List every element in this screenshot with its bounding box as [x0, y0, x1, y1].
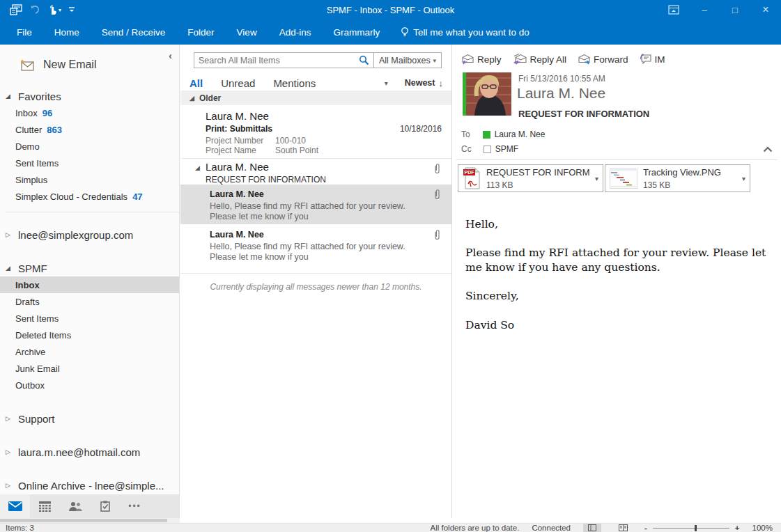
collapse-folder-pane-icon[interactable]: ‹: [169, 50, 172, 61]
sidebar-item-spmf-inbox[interactable]: Inbox: [0, 276, 179, 293]
folder-label: Clutter: [15, 125, 42, 135]
sidebar-item-deleted-items[interactable]: Deleted Items: [0, 327, 179, 343]
field-label: Project Name: [206, 146, 275, 155]
tab-send-receive[interactable]: Send / Receive: [91, 19, 177, 45]
outlook-item-icon[interactable]: [10, 4, 22, 15]
tab-folder[interactable]: Folder: [176, 19, 225, 45]
zoom-control: - +: [644, 524, 740, 532]
zoom-slider-thumb[interactable]: [695, 525, 697, 531]
minimize-icon[interactable]: –: [689, 0, 720, 19]
message-row-print-submittals[interactable]: Laura M. Nee Print: Submittals 10/18/201…: [180, 106, 451, 157]
folder-pane-hscrollbar[interactable]: [0, 518, 180, 523]
scope-label: All Mailboxes: [379, 56, 431, 65]
im-button[interactable]: IM: [640, 54, 665, 65]
sidebar-item-simplus[interactable]: Simplus: [0, 171, 179, 188]
divider: [456, 159, 778, 160]
search-icon[interactable]: [359, 55, 369, 65]
sidebar-item-sent-items[interactable]: Sent Items: [0, 310, 179, 327]
nav-tasks-icon[interactable]: [90, 494, 120, 518]
zoom-out-button[interactable]: -: [644, 524, 647, 532]
filter-tab-all[interactable]: All: [190, 77, 203, 89]
sidebar-item-demo[interactable]: Demo: [0, 138, 179, 155]
to-recipient[interactable]: Laura M. Nee: [495, 130, 546, 139]
sidebar-item-archive[interactable]: Archive: [0, 343, 179, 360]
maximize-icon[interactable]: □: [720, 0, 750, 19]
sidebar-item-clutter[interactable]: Clutter863: [0, 121, 179, 138]
account-label: Support: [18, 413, 55, 425]
filter-tab-unread[interactable]: Unread: [221, 77, 255, 89]
tab-add-ins[interactable]: Add-ins: [268, 19, 323, 45]
new-email-button[interactable]: New Email: [20, 54, 179, 75]
folder-pane: ‹ New Email ◢ Favorites Inbox96 Clutter8…: [0, 45, 180, 518]
folder-label: Inbox: [15, 108, 38, 118]
folder-label: Sent Items: [15, 313, 59, 324]
tab-file[interactable]: File: [6, 19, 43, 45]
cc-recipient[interactable]: SPMF: [495, 144, 518, 154]
reading-pane: Reply Reply All Forward IM: [453, 45, 781, 518]
tab-view[interactable]: View: [226, 19, 268, 45]
attachment-image[interactable]: Tracking View.PNG 135 KB ▾: [605, 164, 750, 192]
sort-order-button[interactable]: Newest ↓: [405, 78, 443, 88]
ribbon-display-options-icon[interactable]: [658, 0, 689, 19]
touch-mode-icon[interactable]: ▾: [47, 4, 61, 15]
scrollbar-thumb[interactable]: [0, 519, 167, 522]
forward-button[interactable]: Forward: [578, 54, 628, 65]
reply-all-button[interactable]: Reply All: [513, 54, 567, 65]
svg-text:PDF: PDF: [465, 170, 475, 175]
collapse-header-icon[interactable]: [763, 146, 773, 152]
reply-all-label: Reply All: [530, 54, 567, 65]
paperclip-icon: [434, 163, 440, 175]
undo-icon[interactable]: [29, 5, 40, 15]
to-recipient-row: To Laura M. Nee: [461, 130, 545, 139]
pdf-file-icon: PDF: [463, 167, 481, 189]
sync-status: All folders are up to date.: [431, 524, 520, 532]
group-header-older[interactable]: ◢ Older: [180, 91, 451, 105]
body-paragraph: Sincerely,: [465, 289, 779, 303]
sidebar-item-simplex-cloud-credentials[interactable]: Simplex Cloud - Credentials47: [0, 188, 179, 205]
sidebar-account-online-archive[interactable]: ▷ Online Archive - lnee@simple...: [6, 477, 179, 494]
sidebar-item-outbox[interactable]: Outbox: [0, 377, 179, 393]
sidebar-account-hotmail[interactable]: ▷ laura.m.nee@hotmail.com: [6, 444, 179, 460]
message-sender: Laura M. Nee: [210, 189, 264, 199]
zoom-level[interactable]: 100%: [752, 524, 773, 532]
sidebar-item-junk-email[interactable]: Junk Email: [0, 360, 179, 377]
reply-button[interactable]: Reply: [461, 54, 502, 65]
conversation-header-row[interactable]: ◢ Laura M. Nee REQUEST FOR INFORMATION: [180, 158, 451, 185]
sidebar-item-sent-items-favorite[interactable]: Sent Items: [0, 155, 179, 171]
nav-more-icon[interactable]: •••: [120, 494, 150, 518]
reading-view-button[interactable]: [614, 524, 632, 532]
account-label: laura.m.nee@hotmail.com: [18, 446, 140, 458]
divider: [6, 212, 179, 212]
sender-photo[interactable]: [463, 72, 511, 116]
sidebar-item-drafts[interactable]: Drafts: [0, 293, 179, 310]
nav-calendar-icon[interactable]: [30, 494, 60, 518]
connection-status[interactable]: Connected: [532, 524, 571, 532]
close-icon[interactable]: ×: [750, 0, 781, 19]
attachment-pdf[interactable]: PDF REQUEST FOR INFORM... 113 KB ▾: [458, 164, 603, 192]
mailbox-scope-dropdown[interactable]: All Mailboxes ▾: [374, 52, 442, 68]
filter-dropdown-icon[interactable]: ▾: [385, 79, 388, 87]
message-row-selected[interactable]: Laura M. Nee Hello, Please find my RFI a…: [180, 185, 451, 224]
account-label: Online Archive - lnee@simple...: [18, 480, 164, 492]
sidebar-account-spmf[interactable]: ◢ SPMF: [6, 260, 179, 276]
zoom-in-button[interactable]: +: [735, 524, 740, 532]
nav-people-icon[interactable]: [60, 494, 90, 518]
tab-grammarly[interactable]: Grammarly: [322, 19, 391, 45]
normal-view-button[interactable]: [583, 524, 601, 532]
tab-home[interactable]: Home: [43, 19, 91, 45]
reply-all-icon: [513, 54, 527, 65]
message-sender-name[interactable]: Laura M. Nee: [517, 85, 605, 102]
tell-me-box[interactable]: Tell me what you want to do: [391, 26, 539, 38]
attachment-dropdown-icon[interactable]: ▾: [742, 175, 745, 182]
message-row[interactable]: Laura M. Nee Hello, Please find my RFI a…: [180, 224, 451, 264]
zoom-slider[interactable]: [653, 528, 729, 529]
nav-mail-icon[interactable]: [0, 494, 30, 518]
customize-quick-access-icon[interactable]: [68, 6, 75, 14]
sidebar-item-inbox-favorite[interactable]: Inbox96: [0, 104, 179, 121]
filter-tab-mentions[interactable]: Mentions: [273, 77, 316, 89]
sidebar-account-support[interactable]: ▷ Support: [6, 410, 179, 427]
sidebar-account-lnee-simplexgroup[interactable]: ▷ lnee@simplexgroup.com: [6, 226, 179, 243]
attachment-dropdown-icon[interactable]: ▾: [595, 175, 598, 182]
search-input[interactable]: [199, 56, 359, 65]
sidebar-group-favorites[interactable]: ◢ Favorites: [6, 88, 179, 104]
